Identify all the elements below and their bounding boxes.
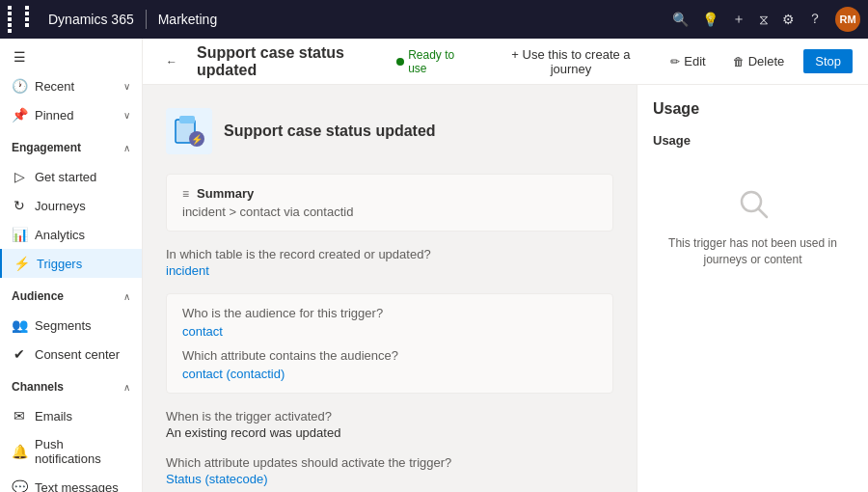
layout: ☰ 🕐 Recent ∨ 📌 Pinned ∨ Engagement ∧ ▷ G…: [0, 39, 868, 492]
topnav-right: 🔍 💡 ＋ ⧖ ⚙ ？ RM: [672, 7, 860, 32]
sidebar-item-journeys[interactable]: ↻ Journeys: [0, 191, 142, 220]
stop-button[interactable]: Stop: [803, 49, 853, 73]
usage-section-label: Usage: [653, 133, 853, 148]
push-icon: 🔔: [12, 444, 27, 459]
edit-icon: ✏: [670, 55, 680, 68]
page-title: Support case status updated: [197, 44, 385, 79]
status-text: Ready to use: [408, 48, 468, 75]
summary-card: ≡ Summary incident > contact via contact…: [166, 174, 613, 232]
channels-group[interactable]: Channels ∧: [0, 372, 142, 397]
back-icon: ←: [166, 55, 177, 68]
sidebar-item-recent[interactable]: 🕐 Recent ∨: [0, 71, 142, 100]
trigger-detail: ⚡ Support case status updated ≡ Summary …: [143, 85, 637, 492]
attribute-label: Which attribute contains the audience?: [182, 348, 597, 363]
summary-row: ≡ Summary: [182, 186, 597, 201]
user-avatar[interactable]: RM: [835, 7, 860, 32]
audience-label: Who is the audience for this trigger?: [182, 306, 597, 320]
recent-icon: 🕐: [12, 78, 27, 94]
trigger-svg-icon: ⚡: [172, 114, 206, 149]
table-label: In which table is the record created or …: [166, 247, 613, 261]
audience-chevron: ∧: [123, 291, 130, 302]
use-journey-button[interactable]: + Use this to create a journey: [491, 42, 652, 81]
analytics-icon: 📊: [12, 227, 27, 242]
nav-separator: [146, 10, 147, 29]
lightbulb-icon[interactable]: 💡: [702, 12, 719, 27]
sidebar-item-consent[interactable]: ✔ Consent center: [0, 340, 142, 369]
sidebar-item-push[interactable]: 🔔 Push notifications: [0, 430, 142, 473]
engagement-chevron: ∧: [123, 143, 130, 153]
consent-icon: ✔: [12, 346, 27, 362]
edit-button[interactable]: ✏ Edit: [663, 49, 713, 73]
trigger-header: ⚡ Support case status updated: [166, 108, 613, 154]
status-dot: [396, 58, 404, 66]
delete-button[interactable]: 🗑 Delete: [725, 49, 793, 73]
play-icon: ▷: [12, 169, 27, 184]
hamburger-icon: ☰: [12, 49, 27, 65]
pin-icon: 📌: [12, 107, 27, 123]
attr-update-field: Which attribute updates should activate …: [166, 455, 613, 486]
svg-rect-1: [179, 116, 195, 123]
sidebar: ☰ 🕐 Recent ∨ 📌 Pinned ∨ Engagement ∧ ▷ G…: [0, 39, 143, 492]
sidebar-item-segments[interactable]: 👥 Segments: [0, 311, 142, 340]
usage-panel: Usage Usage This trigger has not been us…: [637, 85, 868, 492]
back-button[interactable]: ←: [158, 50, 185, 73]
use-journey-label: + Use this to create a journey: [499, 47, 644, 76]
usage-empty-icon: [736, 186, 771, 228]
sidebar-item-triggers[interactable]: ⚡ Triggers: [0, 249, 142, 278]
sidebar-top-section: ☰ 🕐 Recent ∨ 📌 Pinned ∨: [0, 39, 142, 133]
edit-label: Edit: [684, 54, 705, 68]
segments-icon: 👥: [12, 317, 27, 333]
usage-empty-text: This trigger has not been used in journe…: [661, 235, 845, 268]
add-icon[interactable]: ＋: [732, 11, 746, 28]
search-icon[interactable]: 🔍: [672, 12, 689, 27]
usage-empty-state: This trigger has not been used in journe…: [653, 163, 853, 291]
waffle-menu[interactable]: [8, 6, 41, 33]
triggers-icon: ⚡: [14, 256, 29, 271]
app-name: Marketing: [158, 12, 217, 27]
activation-field: When is the trigger activated? An existi…: [166, 409, 613, 440]
table-field: In which table is the record created or …: [166, 247, 613, 278]
status-badge: Ready to use: [396, 48, 468, 75]
audience-items: 👥 Segments ✔ Consent center: [0, 307, 142, 372]
delete-label: Delete: [748, 54, 785, 68]
sidebar-item-emails[interactable]: ✉ Emails: [0, 401, 142, 430]
table-value: incident: [166, 263, 613, 278]
attr-update-value: Status (statecode): [166, 472, 613, 486]
attr-update-label: Which attribute updates should activate …: [166, 455, 613, 470]
channels-chevron: ∧: [123, 382, 130, 393]
email-icon: ✉: [12, 408, 27, 424]
summary-icon: ≡: [182, 187, 189, 201]
journeys-icon: ↻: [12, 198, 27, 213]
audience-group[interactable]: Audience ∧: [0, 282, 142, 307]
commandbar: ← Support case status updated Ready to u…: [143, 39, 868, 85]
usage-panel-title: Usage: [653, 100, 853, 118]
help-icon[interactable]: ？: [808, 11, 822, 28]
summary-title: Summary: [197, 186, 254, 201]
brand-name: Dynamics 365: [48, 12, 134, 27]
sidebar-hamburger[interactable]: ☰: [0, 42, 142, 71]
content-area: ⚡ Support case status updated ≡ Summary …: [143, 85, 868, 492]
audience-value: contact: [182, 324, 597, 339]
sidebar-item-sms[interactable]: 💬 Text messages: [0, 473, 142, 492]
brand: Dynamics 365 Marketing: [48, 10, 217, 29]
channels-items: ✉ Emails 🔔 Push notifications 💬 Text mes…: [0, 397, 142, 492]
sidebar-item-pinned[interactable]: 📌 Pinned ∨: [0, 100, 142, 129]
attribute-value: contact (contactid): [182, 367, 597, 381]
trigger-name: Support case status updated: [224, 123, 436, 140]
sidebar-item-analytics[interactable]: 📊 Analytics: [0, 220, 142, 249]
pinned-chevron: ∨: [123, 110, 130, 121]
svg-line-5: [758, 208, 767, 217]
audience-card: Who is the audience for this trigger? co…: [166, 293, 613, 394]
filter-icon[interactable]: ⧖: [759, 12, 769, 28]
engagement-items: ▷ Get started ↻ Journeys 📊 Analytics ⚡ T…: [0, 158, 142, 282]
engagement-group[interactable]: Engagement ∧: [0, 133, 142, 158]
sms-icon: 💬: [12, 479, 27, 492]
svg-text:⚡: ⚡: [191, 133, 203, 146]
main: ← Support case status updated Ready to u…: [143, 39, 868, 492]
sidebar-item-get-started[interactable]: ▷ Get started: [0, 162, 142, 191]
activation-label: When is the trigger activated?: [166, 409, 613, 424]
trash-icon: 🗑: [733, 55, 745, 68]
summary-value: incident > contact via contactid: [182, 205, 597, 219]
topnav: Dynamics 365 Marketing 🔍 💡 ＋ ⧖ ⚙ ？ RM: [0, 0, 868, 39]
settings-icon[interactable]: ⚙: [782, 12, 795, 27]
